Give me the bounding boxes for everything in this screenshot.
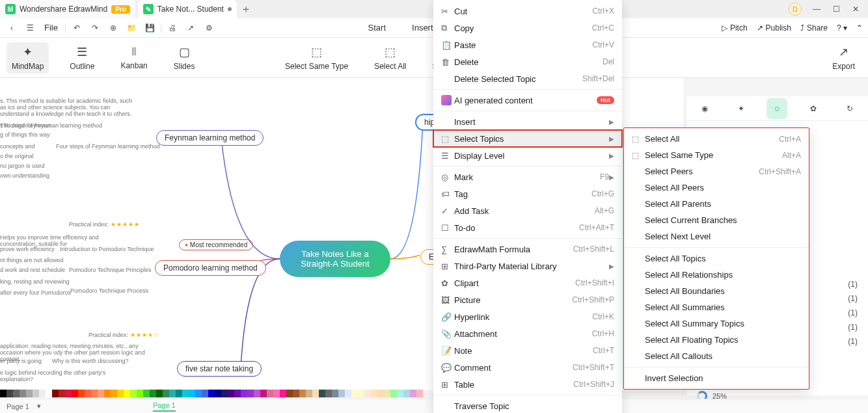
color-swatch[interactable] <box>338 390 345 397</box>
color-swatch[interactable] <box>397 390 403 397</box>
sub-select-all-boundaries[interactable]: Select All Boundaries <box>624 283 809 299</box>
ctx-edrawmath-formula[interactable]: ∑EdrawMath FormulaCtrl+Shift+L <box>433 241 622 258</box>
color-swatch[interactable] <box>208 390 215 397</box>
redo-button[interactable]: ↷ <box>87 20 103 36</box>
color-swatch[interactable] <box>130 390 137 397</box>
color-swatch[interactable] <box>72 390 78 397</box>
color-swatch[interactable] <box>260 390 267 397</box>
ctx-ai-generated-content[interactable]: AI generated contentHot <box>433 92 622 109</box>
open-icon[interactable]: 📁 <box>124 20 139 36</box>
color-swatch[interactable] <box>150 390 156 397</box>
color-swatch[interactable] <box>85 390 91 397</box>
color-swatch[interactable] <box>111 390 117 397</box>
color-swatch[interactable] <box>13 390 20 397</box>
color-swatch[interactable] <box>371 390 377 397</box>
sub-select-all-peers[interactable]: Select All Peers <box>624 180 809 196</box>
color-swatch[interactable] <box>98 390 104 397</box>
color-swatch[interactable] <box>312 390 319 397</box>
color-swatch[interactable] <box>410 390 416 397</box>
color-swatch[interactable] <box>0 390 7 397</box>
color-swatch[interactable] <box>267 390 273 397</box>
color-swatch[interactable] <box>293 390 299 397</box>
panel-tab-style[interactable]: ◉ <box>694 98 715 119</box>
node-feynman[interactable]: Feynman learning method <box>156 130 264 146</box>
color-swatch[interactable] <box>254 390 260 397</box>
ctx-traverse-topic[interactable]: Traverse Topic <box>433 397 622 413</box>
settings-icon[interactable]: ⚙ <box>201 20 217 36</box>
document-tab[interactable]: ✎ Take Not... Student <box>138 0 237 18</box>
sub-select-all-floating-topics[interactable]: Select All Floating Topics <box>624 332 809 348</box>
color-swatch[interactable] <box>306 390 312 397</box>
color-swatch[interactable] <box>117 390 124 397</box>
color-swatch[interactable] <box>59 390 65 397</box>
color-swatch[interactable] <box>189 390 195 397</box>
sub-select-same-type[interactable]: ⬚Select Same TypeAlt+A <box>624 147 809 163</box>
color-swatch[interactable] <box>273 390 280 397</box>
color-swatch[interactable] <box>319 390 325 397</box>
ctx-table[interactable]: ⊞TableCtrl+Shift+J <box>433 376 622 393</box>
view-slides[interactable]: ▢Slides <box>169 42 200 73</box>
color-swatch[interactable] <box>364 390 371 397</box>
export-button[interactable]: ↗Export <box>832 45 855 71</box>
color-swatch[interactable] <box>390 390 397 397</box>
ctx-note[interactable]: 📝NoteCtrl+T <box>433 342 622 359</box>
ctx-insert[interactable]: Insert▶ <box>433 113 622 130</box>
ctx-third-party-material-library[interactable]: ⊞Third-Party Material Library▶ <box>433 258 622 274</box>
color-swatch[interactable] <box>247 390 254 397</box>
ctx-select-topics[interactable]: ⬚Select Topics▶ <box>433 130 622 147</box>
pitch-button[interactable]: ▷ Pitch <box>722 23 748 33</box>
color-swatch[interactable] <box>241 390 247 397</box>
color-swatch[interactable] <box>286 390 293 397</box>
color-swatch-bar[interactable] <box>0 390 423 399</box>
ctx-attachment[interactable]: 📎AttachmentCtrl+H <box>433 325 622 342</box>
color-swatch[interactable] <box>104 390 111 397</box>
color-swatch[interactable] <box>234 390 241 397</box>
color-swatch[interactable] <box>221 390 228 397</box>
color-swatch[interactable] <box>169 390 176 397</box>
export-icon[interactable]: ↗ <box>183 20 198 36</box>
color-swatch[interactable] <box>163 390 169 397</box>
ctx-tag[interactable]: 🏷TagCtrl+G <box>433 185 622 202</box>
new-tab-button[interactable]: ＋ <box>237 3 255 16</box>
menu-icon[interactable]: ☰ <box>22 20 38 36</box>
color-swatch[interactable] <box>351 390 358 397</box>
ctx-paste[interactable]: 📋PasteCtrl+V <box>433 36 622 53</box>
sub-select-peers[interactable]: Select PeersCtrl+Shift+A <box>624 163 809 180</box>
color-swatch[interactable] <box>65 390 72 397</box>
ctx-hyperlink[interactable]: 🔗HyperlinkCtrl+K <box>433 308 622 325</box>
color-swatch[interactable] <box>7 390 13 397</box>
app-tab[interactable]: M Wondershare EdrawMind Pro <box>0 0 135 18</box>
collapse-ribbon[interactable]: ⌃ <box>856 23 863 33</box>
color-swatch[interactable] <box>215 390 221 397</box>
sub-select-all-summaries[interactable]: Select All Summaries <box>624 299 809 315</box>
color-swatch[interactable] <box>280 390 286 397</box>
ctx-comment[interactable]: 💬CommentCtrl+Shift+T <box>433 359 622 376</box>
color-swatch[interactable] <box>299 390 306 397</box>
back-button[interactable]: ‹ <box>4 20 20 36</box>
color-swatch[interactable] <box>20 390 26 397</box>
color-swatch[interactable] <box>33 390 39 397</box>
ctx-delete[interactable]: 🗑DeleteDel <box>433 53 622 70</box>
select-same-type[interactable]: ⬚Select Same Type <box>280 42 353 73</box>
new-icon[interactable]: ⊕ <box>105 20 121 36</box>
user-avatar[interactable]: D <box>789 3 802 16</box>
page-label[interactable]: Page 1 <box>7 403 29 410</box>
color-swatch[interactable] <box>137 390 143 397</box>
sub-select-current-branches[interactable]: Select Current Branches <box>624 212 809 228</box>
color-swatch[interactable] <box>91 390 98 397</box>
tab-start[interactable]: Start <box>368 23 386 33</box>
sub-select-all-relationships[interactable]: Select All Relationships <box>624 267 809 283</box>
ctx-copy[interactable]: ⧉CopyCtrl+C <box>433 20 622 36</box>
print-icon[interactable]: 🖨 <box>165 20 180 36</box>
color-swatch[interactable] <box>377 390 384 397</box>
view-kanban[interactable]: ⫴Kanban <box>115 42 152 73</box>
sub-select-all-parents[interactable]: Select All Parents <box>624 196 809 212</box>
sub-select-all[interactable]: ⬚Select AllCtrl+A <box>624 131 809 147</box>
color-swatch[interactable] <box>39 390 46 397</box>
publish-button[interactable]: ↗ Publish <box>757 23 791 33</box>
color-swatch[interactable] <box>46 390 52 397</box>
color-swatch[interactable] <box>156 390 163 397</box>
panel-tab-icon[interactable]: ☺ <box>766 98 787 119</box>
view-outline[interactable]: ☰Outline <box>64 42 100 73</box>
color-swatch[interactable] <box>384 390 390 397</box>
